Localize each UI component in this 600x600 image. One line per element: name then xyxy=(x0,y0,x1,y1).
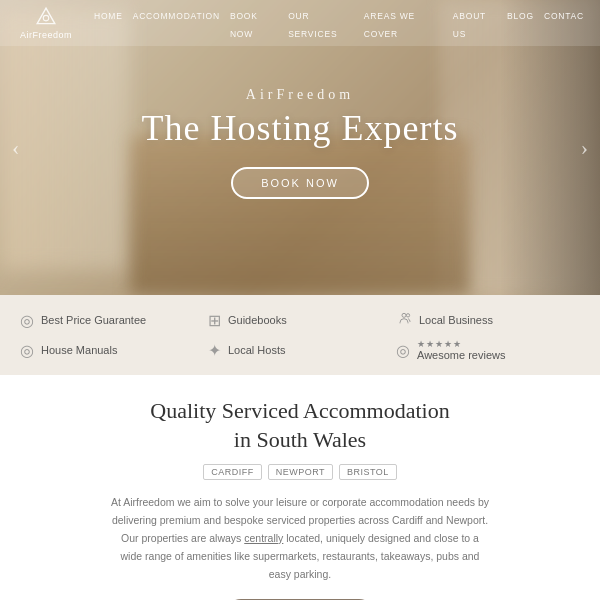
main-title: Quality Serviced Accommodation in South … xyxy=(60,397,540,454)
nav-item-home[interactable]: HOME xyxy=(94,5,123,41)
nav-item-about[interactable]: ABOUT US xyxy=(453,5,497,41)
reviews-label: Awesome reviews xyxy=(417,349,505,361)
feature-house-manuals: ◎ House Manuals xyxy=(20,339,204,361)
guidebooks-icon: ⊞ xyxy=(208,311,221,330)
nav-item-book[interactable]: BOOK NOW xyxy=(230,5,278,41)
svg-point-2 xyxy=(402,313,406,317)
features-bar: ◎ Best Price Guarantee ⊞ Guidebooks Loca… xyxy=(0,295,600,375)
nav-item-services[interactable]: OUR SERVICES xyxy=(288,5,354,41)
best-price-icon: ◎ xyxy=(20,311,34,330)
nav-item-blog[interactable]: BLOG xyxy=(507,5,534,41)
location-bristol: BRISTOL xyxy=(339,464,397,480)
house-manuals-label: House Manuals xyxy=(41,344,117,356)
main-description: At Airfreedom we aim to solve your leisu… xyxy=(110,494,490,583)
logo-text: AirFreedom xyxy=(20,30,72,40)
house-manuals-icon: ◎ xyxy=(20,341,34,360)
hero-arrow-left[interactable]: ‹ xyxy=(12,135,19,161)
nav-item-accommodation[interactable]: ACCOMMODATION xyxy=(133,5,220,41)
location-newport: NEWPORT xyxy=(268,464,333,480)
local-hosts-label: Local Hosts xyxy=(228,344,285,356)
hero-subtitle: AirFreedom xyxy=(246,87,354,103)
feature-local-hosts: ✦ Local Hosts xyxy=(208,339,392,361)
feature-guidebooks: ⊞ Guidebooks xyxy=(208,309,392,331)
local-hosts-icon: ✦ xyxy=(208,341,221,360)
navbar: AirFreedom HOME ACCOMMODATION BOOK NOW O… xyxy=(0,0,600,46)
local-business-icon xyxy=(396,310,412,330)
guidebooks-label: Guidebooks xyxy=(228,314,287,326)
feature-reviews: ◎ ★★★★★ Awesome reviews xyxy=(396,339,580,361)
svg-point-1 xyxy=(43,15,49,21)
stars-display: ★★★★★ xyxy=(417,339,505,349)
location-cardiff: CARDIFF xyxy=(203,464,262,480)
svg-point-3 xyxy=(406,314,409,317)
logo-icon xyxy=(35,6,57,28)
nav-item-areas[interactable]: AREAS WE COVER xyxy=(364,5,443,41)
hero-arrow-right[interactable]: › xyxy=(581,135,588,161)
best-price-label: Best Price Guarantee xyxy=(41,314,146,326)
hero-book-button[interactable]: BOOK NOW xyxy=(231,167,369,199)
logo[interactable]: AirFreedom xyxy=(16,6,76,40)
hero-title: The Hosting Experts xyxy=(142,107,459,149)
feature-local-business: Local Business xyxy=(396,309,580,331)
location-tags: CARDIFF NEWPORT BRISTOL xyxy=(60,464,540,480)
main-content: Quality Serviced Accommodation in South … xyxy=(0,375,600,600)
nav-links: HOME ACCOMMODATION BOOK NOW OUR SERVICES… xyxy=(94,5,584,41)
feature-best-price: ◎ Best Price Guarantee xyxy=(20,309,204,331)
local-business-label: Local Business xyxy=(419,314,493,326)
reviews-icon: ◎ xyxy=(396,341,410,360)
nav-item-contact[interactable]: CONTAC xyxy=(544,5,584,41)
